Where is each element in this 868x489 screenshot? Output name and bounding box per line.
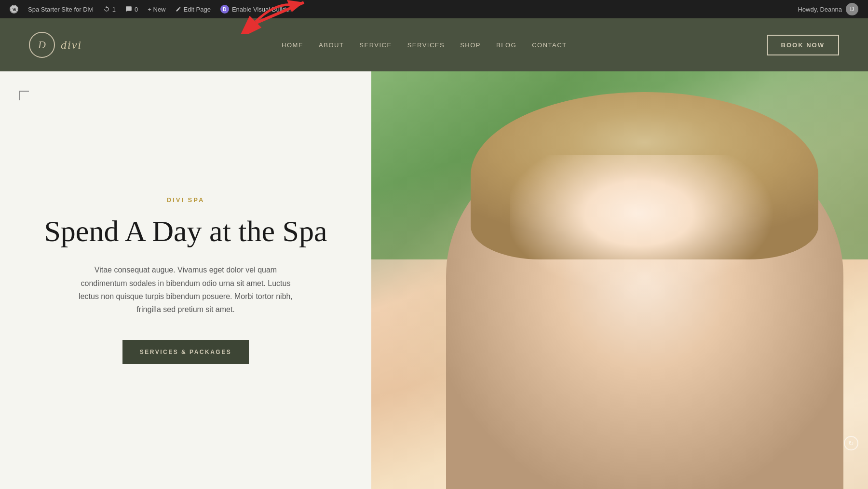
nav-services[interactable]: SERVICES	[407, 41, 445, 49]
site-name-label: Spa Starter Site for Divi	[28, 6, 94, 13]
main-nav: HOME ABOUT SERVICE SERVICES SHOP BLOG CO…	[282, 41, 567, 49]
nav-blog[interactable]: BLOG	[496, 41, 516, 49]
hero-cta-button[interactable]: SERVICES & PACKAGES	[122, 340, 249, 364]
book-now-button[interactable]: BOOK NOW	[767, 35, 839, 55]
enable-visual-builder-label: Enable Visual Builder	[232, 6, 291, 13]
hero-title: Spend A Day at the Spa	[44, 213, 327, 249]
hero-portrait	[371, 71, 868, 489]
edit-page-button[interactable]: Edit Page	[171, 0, 216, 18]
avatar: D	[846, 3, 858, 15]
site-header: D divi HOME ABOUT SERVICE SERVICES SHOP …	[0, 18, 868, 71]
howdy-section[interactable]: Howdy, Deanna D	[793, 3, 863, 15]
edit-page-label: Edit Page	[184, 6, 211, 13]
hero-left-panel: DIVI SPA Spend A Day at the Spa Vitae co…	[0, 71, 371, 489]
portrait-face-highlight	[510, 155, 778, 301]
nav-shop[interactable]: SHOP	[460, 41, 481, 49]
hero-section: DIVI SPA Spend A Day at the Spa Vitae co…	[0, 71, 868, 489]
new-label: + New	[148, 6, 165, 13]
revisions-button[interactable]: 1	[98, 0, 121, 18]
new-button[interactable]: + New	[143, 0, 170, 18]
scroll-indicator: ↻	[844, 436, 858, 450]
wp-logo-button[interactable]	[5, 0, 23, 18]
hero-right-panel: ↻	[371, 71, 868, 489]
corner-bracket-decoration	[19, 91, 29, 100]
site-name-button[interactable]: Spa Starter Site for Divi	[23, 0, 98, 18]
admin-bar-right: Howdy, Deanna D	[793, 3, 863, 15]
site-logo[interactable]: D divi	[29, 32, 82, 58]
comments-count: 0	[135, 6, 138, 13]
nav-about[interactable]: ABOUT	[319, 41, 344, 49]
admin-bar: Spa Starter Site for Divi 1 0 + New Edit…	[0, 0, 868, 18]
logo-circle: D	[29, 32, 55, 58]
howdy-label: Howdy, Deanna	[798, 6, 842, 13]
logo-text: divi	[61, 39, 82, 52]
nav-home[interactable]: HOME	[282, 41, 303, 49]
comments-button[interactable]: 0	[121, 0, 143, 18]
nav-contact[interactable]: CONTACT	[532, 41, 567, 49]
hero-subtitle: DIVI SPA	[167, 196, 205, 204]
hero-description: Vitae consequat augue. Vivamus eget dolo…	[75, 263, 297, 316]
divi-icon: D	[220, 5, 229, 14]
revisions-count: 1	[112, 6, 116, 13]
nav-service[interactable]: SERVICE	[359, 41, 392, 49]
enable-visual-builder-button[interactable]: D Enable Visual Builder	[216, 5, 296, 14]
